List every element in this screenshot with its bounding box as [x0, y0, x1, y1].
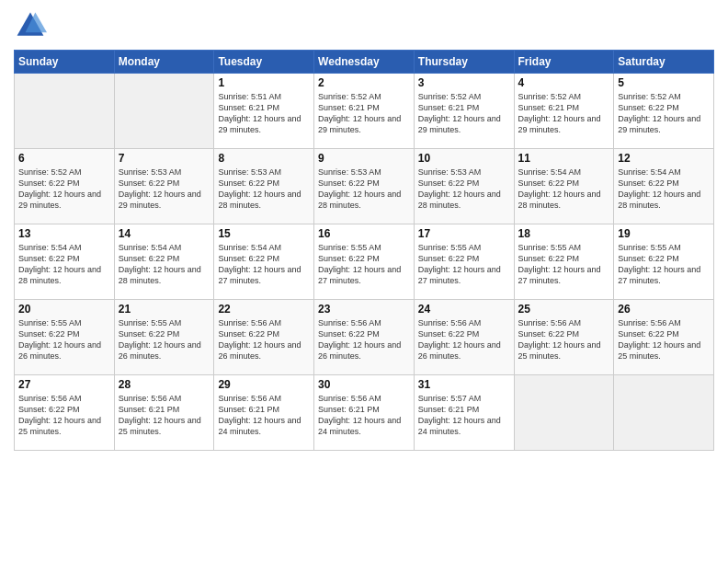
- day-info: Sunrise: 5:52 AM Sunset: 6:21 PM Dayligh…: [318, 91, 410, 136]
- calendar-week-1: 1Sunrise: 5:51 AM Sunset: 6:21 PM Daylig…: [15, 74, 714, 149]
- calendar-cell: 9Sunrise: 5:53 AM Sunset: 6:22 PM Daylig…: [314, 149, 415, 224]
- calendar-cell: 24Sunrise: 5:56 AM Sunset: 6:22 PM Dayli…: [414, 300, 514, 375]
- day-info: Sunrise: 5:54 AM Sunset: 6:22 PM Dayligh…: [218, 242, 310, 287]
- day-number: 17: [418, 227, 510, 240]
- day-number: 29: [218, 378, 310, 391]
- day-info: Sunrise: 5:56 AM Sunset: 6:21 PM Dayligh…: [119, 393, 210, 438]
- calendar-cell: 26Sunrise: 5:56 AM Sunset: 6:22 PM Dayli…: [614, 300, 714, 375]
- day-info: Sunrise: 5:56 AM Sunset: 6:22 PM Dayligh…: [318, 317, 410, 362]
- day-number: 9: [318, 152, 410, 165]
- day-info: Sunrise: 5:55 AM Sunset: 6:22 PM Dayligh…: [618, 242, 710, 287]
- weekday-header-thursday: Thursday: [414, 51, 514, 74]
- calendar-cell: 31Sunrise: 5:57 AM Sunset: 6:21 PM Dayli…: [414, 375, 514, 451]
- day-number: 11: [518, 152, 610, 165]
- calendar-cell: 27Sunrise: 5:56 AM Sunset: 6:22 PM Dayli…: [15, 375, 115, 451]
- weekday-header-wednesday: Wednesday: [314, 51, 415, 74]
- day-number: 25: [518, 303, 610, 316]
- day-info: Sunrise: 5:52 AM Sunset: 6:22 PM Dayligh…: [618, 91, 710, 136]
- calendar-cell: 2Sunrise: 5:52 AM Sunset: 6:21 PM Daylig…: [314, 74, 415, 149]
- calendar-cell: 12Sunrise: 5:54 AM Sunset: 6:22 PM Dayli…: [614, 149, 714, 224]
- calendar-cell: 13Sunrise: 5:54 AM Sunset: 6:22 PM Dayli…: [15, 224, 115, 300]
- calendar-cell: 19Sunrise: 5:55 AM Sunset: 6:22 PM Dayli…: [614, 224, 714, 300]
- day-number: 3: [418, 76, 510, 89]
- calendar-cell: 30Sunrise: 5:56 AM Sunset: 6:21 PM Dayli…: [314, 375, 415, 451]
- day-number: 4: [518, 76, 610, 89]
- weekday-header-tuesday: Tuesday: [214, 51, 314, 74]
- calendar-cell: [15, 74, 115, 149]
- calendar-cell: 25Sunrise: 5:56 AM Sunset: 6:22 PM Dayli…: [514, 300, 614, 375]
- calendar-cell: 22Sunrise: 5:56 AM Sunset: 6:22 PM Dayli…: [214, 300, 314, 375]
- day-info: Sunrise: 5:56 AM Sunset: 6:22 PM Dayligh…: [18, 393, 110, 438]
- day-info: Sunrise: 5:52 AM Sunset: 6:21 PM Dayligh…: [518, 91, 610, 136]
- calendar-cell: [514, 375, 614, 451]
- calendar-cell: 10Sunrise: 5:53 AM Sunset: 6:22 PM Dayli…: [414, 149, 514, 224]
- day-number: 14: [119, 227, 210, 240]
- day-number: 22: [218, 303, 310, 316]
- header: [14, 9, 714, 42]
- day-number: 27: [18, 378, 110, 391]
- calendar-week-2: 6Sunrise: 5:52 AM Sunset: 6:22 PM Daylig…: [15, 149, 714, 224]
- calendar-cell: 6Sunrise: 5:52 AM Sunset: 6:22 PM Daylig…: [15, 149, 115, 224]
- day-info: Sunrise: 5:54 AM Sunset: 6:22 PM Dayligh…: [18, 242, 110, 287]
- day-number: 28: [119, 378, 210, 391]
- day-info: Sunrise: 5:52 AM Sunset: 6:21 PM Dayligh…: [418, 91, 510, 136]
- calendar-cell: 18Sunrise: 5:55 AM Sunset: 6:22 PM Dayli…: [514, 224, 614, 300]
- day-number: 18: [518, 227, 610, 240]
- calendar-table: SundayMondayTuesdayWednesdayThursdayFrid…: [14, 50, 714, 451]
- day-number: 24: [418, 303, 510, 316]
- day-number: 8: [218, 152, 310, 165]
- day-info: Sunrise: 5:57 AM Sunset: 6:21 PM Dayligh…: [418, 393, 510, 438]
- day-number: 10: [418, 152, 510, 165]
- day-info: Sunrise: 5:53 AM Sunset: 6:22 PM Dayligh…: [318, 167, 410, 212]
- calendar-cell: 8Sunrise: 5:53 AM Sunset: 6:22 PM Daylig…: [214, 149, 314, 224]
- day-number: 12: [618, 152, 710, 165]
- day-number: 1: [218, 76, 310, 89]
- weekday-header-saturday: Saturday: [614, 51, 714, 74]
- day-info: Sunrise: 5:56 AM Sunset: 6:22 PM Dayligh…: [418, 317, 510, 362]
- day-number: 31: [418, 378, 510, 391]
- calendar-cell: 17Sunrise: 5:55 AM Sunset: 6:22 PM Dayli…: [414, 224, 514, 300]
- calendar-header: SundayMondayTuesdayWednesdayThursdayFrid…: [15, 51, 714, 74]
- calendar-cell: 15Sunrise: 5:54 AM Sunset: 6:22 PM Dayli…: [214, 224, 314, 300]
- day-info: Sunrise: 5:55 AM Sunset: 6:22 PM Dayligh…: [518, 242, 610, 287]
- day-number: 15: [218, 227, 310, 240]
- calendar-week-3: 13Sunrise: 5:54 AM Sunset: 6:22 PM Dayli…: [15, 224, 714, 300]
- day-info: Sunrise: 5:56 AM Sunset: 6:21 PM Dayligh…: [318, 393, 410, 438]
- day-info: Sunrise: 5:56 AM Sunset: 6:22 PM Dayligh…: [618, 317, 710, 362]
- day-number: 19: [618, 227, 710, 240]
- day-number: 5: [618, 76, 710, 89]
- day-number: 21: [119, 303, 210, 316]
- day-info: Sunrise: 5:53 AM Sunset: 6:22 PM Dayligh…: [119, 167, 210, 212]
- calendar-cell: 7Sunrise: 5:53 AM Sunset: 6:22 PM Daylig…: [114, 149, 214, 224]
- calendar-cell: 4Sunrise: 5:52 AM Sunset: 6:21 PM Daylig…: [514, 74, 614, 149]
- calendar-cell: 14Sunrise: 5:54 AM Sunset: 6:22 PM Dayli…: [114, 224, 214, 300]
- day-info: Sunrise: 5:56 AM Sunset: 6:21 PM Dayligh…: [218, 393, 310, 438]
- day-number: 26: [618, 303, 710, 316]
- day-info: Sunrise: 5:56 AM Sunset: 6:22 PM Dayligh…: [218, 317, 310, 362]
- day-info: Sunrise: 5:54 AM Sunset: 6:22 PM Dayligh…: [119, 242, 210, 287]
- day-number: 16: [318, 227, 410, 240]
- page: SundayMondayTuesdayWednesdayThursdayFrid…: [0, 0, 728, 563]
- day-number: 2: [318, 76, 410, 89]
- calendar-cell: [114, 74, 214, 149]
- day-info: Sunrise: 5:54 AM Sunset: 6:22 PM Dayligh…: [618, 167, 710, 212]
- calendar-cell: 16Sunrise: 5:55 AM Sunset: 6:22 PM Dayli…: [314, 224, 415, 300]
- calendar-cell: [614, 375, 714, 451]
- day-info: Sunrise: 5:55 AM Sunset: 6:22 PM Dayligh…: [18, 317, 110, 362]
- day-number: 20: [18, 303, 110, 316]
- logo-icon: [14, 9, 47, 42]
- weekday-header-friday: Friday: [514, 51, 614, 74]
- weekday-header-sunday: Sunday: [15, 51, 115, 74]
- day-number: 30: [318, 378, 410, 391]
- calendar-cell: 5Sunrise: 5:52 AM Sunset: 6:22 PM Daylig…: [614, 74, 714, 149]
- calendar-cell: 3Sunrise: 5:52 AM Sunset: 6:21 PM Daylig…: [414, 74, 514, 149]
- calendar-cell: 21Sunrise: 5:55 AM Sunset: 6:22 PM Dayli…: [114, 300, 214, 375]
- calendar-cell: 23Sunrise: 5:56 AM Sunset: 6:22 PM Dayli…: [314, 300, 415, 375]
- day-info: Sunrise: 5:55 AM Sunset: 6:22 PM Dayligh…: [318, 242, 410, 287]
- day-info: Sunrise: 5:52 AM Sunset: 6:22 PM Dayligh…: [18, 167, 110, 212]
- day-number: 6: [18, 152, 110, 165]
- day-info: Sunrise: 5:55 AM Sunset: 6:22 PM Dayligh…: [418, 242, 510, 287]
- day-number: 13: [18, 227, 110, 240]
- day-info: Sunrise: 5:56 AM Sunset: 6:22 PM Dayligh…: [518, 317, 610, 362]
- calendar-week-4: 20Sunrise: 5:55 AM Sunset: 6:22 PM Dayli…: [15, 300, 714, 375]
